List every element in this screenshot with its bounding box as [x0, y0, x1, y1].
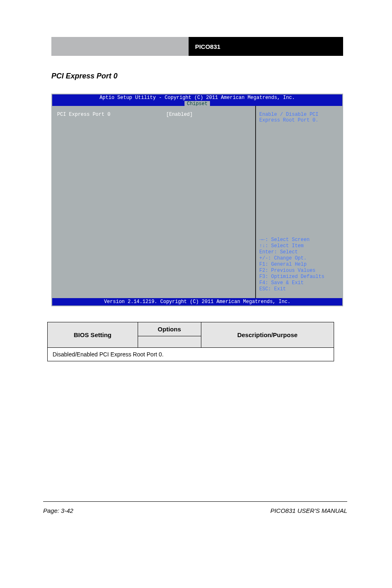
- page-footer: Page: 3-42 PICO831 USER'S MANUAL: [43, 507, 347, 514]
- bios-key-legend: →←: Select Screen ↑↓: Select Item Enter:…: [259, 237, 339, 292]
- legend-save-exit: F4: Save & Exit: [259, 280, 339, 286]
- bios-setting-label: PCI Express Port 0: [57, 112, 111, 117]
- col-description: Description/Purpose: [201, 322, 334, 348]
- footer-page-number: Page: 3-42: [43, 507, 73, 514]
- table-row: Disabled/Enabled PCI Express Root Port 0…: [48, 348, 334, 361]
- legend-change-opt: +/-: Change Opt.: [259, 255, 339, 262]
- table-header-row: BIOS Setting Options Description/Purpose: [48, 322, 334, 336]
- section-subtitle: PCI Express Port 0: [51, 72, 118, 80]
- page-header-banner: PICO831: [51, 37, 343, 56]
- col-options-spacer: [138, 336, 201, 348]
- bios-setting-value: [Enabled]: [166, 112, 193, 117]
- bios-setting-row-pci-express-port-0[interactable]: PCI Express Port 0 [Enabled]: [57, 112, 193, 117]
- bios-header-text: Aptio Setup Utility - Copyright (C) 2011…: [52, 95, 342, 101]
- bios-header: Aptio Setup Utility - Copyright (C) 2011…: [52, 94, 342, 106]
- legend-exit: ESC: Exit: [259, 286, 339, 292]
- bios-screenshot: Aptio Setup Utility - Copyright (C) 2011…: [51, 94, 343, 306]
- footer-divider: [43, 501, 347, 502]
- bios-help-panel: Enable / Disable PCI Express Root Port 0…: [256, 106, 342, 298]
- banner-right: PICO831: [189, 37, 343, 56]
- bios-footer: Version 2.14.1219. Copyright (C) 2011 Am…: [52, 298, 342, 305]
- bios-help-description: Enable / Disable PCI Express Root Port 0…: [259, 112, 339, 123]
- legend-select-screen: →←: Select Screen: [259, 237, 339, 243]
- legend-optimized-defaults: F3: Optimized Defaults: [259, 274, 339, 280]
- legend-previous-values: F2: Previous Values: [259, 268, 339, 274]
- bios-settings-panel: PCI Express Port 0 [Enabled]: [52, 106, 256, 298]
- legend-general-help: F1: General Help: [259, 262, 339, 268]
- bios-options-table: BIOS Setting Options Description/Purpose…: [47, 322, 334, 361]
- banner-title-line1: PICO831: [195, 43, 343, 50]
- footer-manual-title: PICO831 USER'S MANUAL: [270, 507, 347, 514]
- col-bios-setting: BIOS Setting: [48, 322, 138, 348]
- table-full-desc: Disabled/Enabled PCI Express Root Port 0…: [48, 348, 334, 361]
- col-options: Options: [138, 322, 201, 336]
- legend-enter: Enter: Select: [259, 249, 339, 255]
- legend-select-item: ↑↓: Select Item: [259, 243, 339, 249]
- banner-left: [51, 37, 189, 56]
